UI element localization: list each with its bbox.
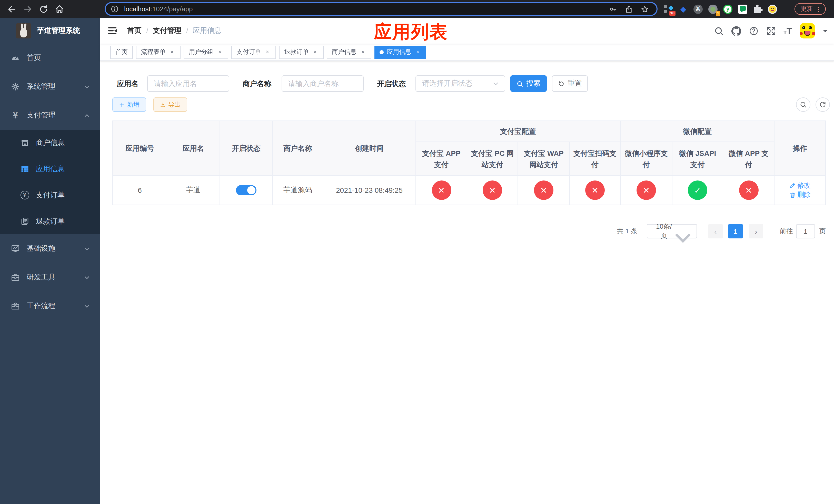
- tab-user-group[interactable]: 用户分组×: [184, 45, 228, 59]
- sidebar-item-label: 退款订单: [36, 216, 65, 226]
- goto-page-input[interactable]: [796, 224, 815, 238]
- close-icon[interactable]: ×: [359, 49, 366, 55]
- address-bar[interactable]: localhost:1024/pay/app: [105, 2, 658, 16]
- sidebar-item-dev-tools[interactable]: 研发工具: [0, 263, 100, 292]
- col-header-alipay-app: 支付宝 APP 支付: [416, 142, 467, 176]
- diamond-icon: ◆: [668, 4, 674, 10]
- extension-command-icon[interactable]: ⌘: [694, 4, 703, 14]
- sidebar-item-app-info[interactable]: 应用信息: [0, 156, 100, 182]
- close-icon[interactable]: ×: [169, 49, 175, 55]
- sidebar-item-home[interactable]: 首页: [0, 44, 100, 72]
- close-icon[interactable]: ×: [216, 49, 223, 55]
- search-icon: [517, 80, 523, 87]
- extension-y-icon[interactable]: y: [723, 4, 732, 14]
- next-page-button[interactable]: ›: [749, 224, 763, 238]
- breadcrumb-payment[interactable]: 支付管理: [153, 26, 181, 36]
- forward-icon[interactable]: [23, 4, 32, 14]
- search-icon[interactable]: [714, 26, 723, 36]
- app-name-label: 应用名: [117, 75, 138, 92]
- extension-devtools-icon[interactable]: ◆ 10: [664, 4, 673, 14]
- extension-kite-icon[interactable]: ◆: [679, 4, 688, 14]
- reset-button[interactable]: 重置: [552, 75, 588, 92]
- share-icon[interactable]: [625, 5, 633, 13]
- page-number-button[interactable]: 1: [728, 224, 743, 238]
- help-icon[interactable]: [749, 26, 758, 36]
- prev-page-button[interactable]: ‹: [708, 224, 723, 238]
- avatar-dropdown-caret[interactable]: [823, 29, 828, 35]
- toolbox-icon: [11, 301, 20, 311]
- alipay-qr-status-icon: [585, 181, 605, 200]
- fullscreen-icon[interactable]: [766, 26, 776, 36]
- extension-recorder-icon[interactable]: 1: [708, 4, 718, 14]
- github-icon[interactable]: [731, 26, 741, 36]
- extensions-puzzle-icon[interactable]: [753, 4, 762, 14]
- status-label: 开启状态: [377, 75, 406, 92]
- close-icon[interactable]: ×: [264, 49, 271, 55]
- sidebar-submenu-payment: 商户信息 应用信息 ¥ 支付订单 退款订单: [0, 130, 100, 234]
- chrome-update-button[interactable]: 更新 ⋮: [794, 3, 826, 15]
- export-button[interactable]: 导出: [153, 97, 187, 112]
- download-icon: [160, 102, 166, 108]
- sidebar-item-workflow[interactable]: 工作流程: [0, 292, 100, 320]
- wx-app-status-icon: [739, 181, 758, 200]
- page-unit-label: 页: [819, 227, 826, 236]
- tab-merchant-info[interactable]: 商户信息×: [327, 45, 371, 59]
- yen-icon: ¥: [11, 111, 20, 120]
- close-icon[interactable]: ×: [414, 49, 421, 55]
- sidebar-item-system[interactable]: 系统管理: [0, 72, 100, 101]
- search-button[interactable]: 搜索: [510, 75, 547, 92]
- extension-emoji-icon[interactable]: [768, 4, 777, 14]
- font-size-icon[interactable]: TT: [784, 26, 792, 35]
- sidebar-item-payment[interactable]: ¥ 支付管理: [0, 101, 100, 130]
- status-toggle[interactable]: [236, 185, 257, 196]
- sidebar-item-label: 商户信息: [36, 138, 65, 147]
- chevron-down-icon: [674, 228, 693, 234]
- menu-dots-icon[interactable]: ⋮: [815, 5, 822, 13]
- sidebar-item-pay-order[interactable]: ¥ 支付订单: [0, 182, 100, 208]
- show-search-toggle-button[interactable]: [796, 97, 810, 112]
- col-group-alipay: 支付宝配置: [416, 121, 620, 142]
- home-icon[interactable]: [55, 4, 64, 14]
- breadcrumb: 首页 / 支付管理 / 应用信息: [127, 18, 222, 44]
- breadcrumb-home[interactable]: 首页: [127, 26, 141, 36]
- app-name-input[interactable]: [147, 75, 229, 92]
- chevron-down-icon: [84, 246, 90, 251]
- sidebar-collapse-icon[interactable]: [108, 26, 118, 36]
- col-header-status: 开启状态: [220, 121, 272, 176]
- back-icon[interactable]: [7, 4, 16, 14]
- col-header-created: 创建时间: [323, 121, 416, 176]
- bookmark-star-icon[interactable]: [641, 5, 649, 13]
- url-text[interactable]: localhost:1024/pay/app: [124, 5, 193, 13]
- cell-created: 2021-10-23 08:49:25: [323, 176, 416, 205]
- close-icon[interactable]: ×: [312, 49, 319, 55]
- site-info-icon[interactable]: [111, 5, 118, 13]
- main-area: 首页 / 支付管理 / 应用信息 应用列表 TT: [100, 18, 834, 504]
- reload-icon[interactable]: [39, 4, 48, 14]
- merchant-name-input[interactable]: [282, 75, 364, 92]
- tab-refund-order[interactable]: 退款订单×: [279, 45, 324, 59]
- alipay-app-status-icon: [432, 181, 451, 200]
- app-logo[interactable]: 芋道管理系统: [0, 18, 100, 44]
- refresh-icon: [819, 101, 826, 108]
- tab-process-form[interactable]: 流程表单×: [136, 45, 180, 59]
- sidebar-item-merchant-info[interactable]: 商户信息: [0, 130, 100, 156]
- grid-table-icon: [20, 164, 29, 174]
- url-host: localhost: [124, 5, 151, 13]
- status-select[interactable]: 请选择开启状态: [415, 75, 505, 92]
- tab-home[interactable]: 首页: [110, 45, 133, 59]
- add-button[interactable]: 新增: [112, 97, 146, 112]
- extension-chat-icon[interactable]: [738, 4, 747, 14]
- user-avatar[interactable]: [799, 23, 815, 39]
- shop-icon: [20, 138, 29, 147]
- tab-pay-order[interactable]: 支付订单×: [231, 45, 276, 59]
- delete-link[interactable]: 删除: [789, 190, 811, 200]
- page-size-select[interactable]: 10条/页: [647, 224, 697, 238]
- sidebar-item-infrastructure[interactable]: 基础设施: [0, 234, 100, 263]
- edit-link[interactable]: 修改: [789, 181, 811, 190]
- tab-app-info[interactable]: 应用信息×: [374, 45, 426, 59]
- col-group-wechat: 微信配置: [620, 121, 774, 142]
- col-header-alipay-wap: 支付宝 WAP 网站支付: [518, 142, 570, 176]
- sidebar-item-refund-order[interactable]: 退款订单: [0, 208, 100, 234]
- password-key-icon[interactable]: [609, 5, 617, 13]
- refresh-table-button[interactable]: [815, 97, 830, 112]
